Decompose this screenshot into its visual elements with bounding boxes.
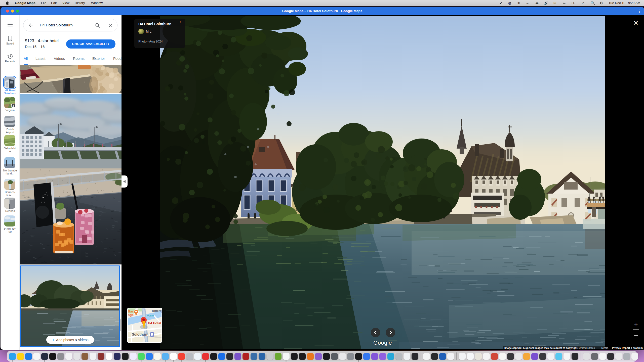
svg-text:Ritterq: Ritterq: [152, 309, 162, 313]
svg-text:Solothurn: Solothurn: [132, 332, 148, 336]
svg-text:Aare: Aare: [147, 313, 154, 317]
svg-text:nge: nge: [128, 313, 134, 317]
svg-text:Bar: Bar: [128, 309, 133, 313]
svg-text:H4 Hotel: H4 Hotel: [148, 321, 161, 325]
